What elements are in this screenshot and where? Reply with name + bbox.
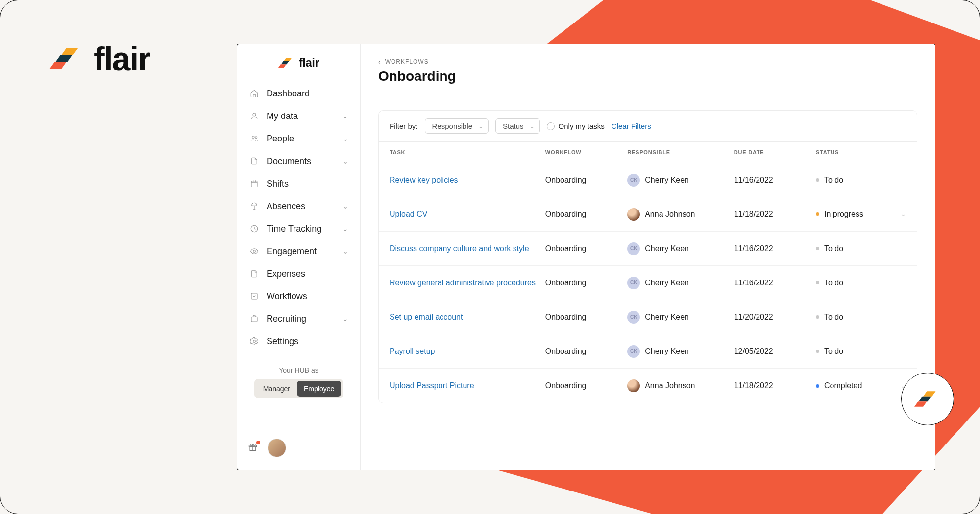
responsible-cell: CKCherry Keen <box>627 345 734 358</box>
hub-manager-button[interactable]: Manager <box>256 381 297 397</box>
filter-status-select[interactable]: Status ⌄ <box>495 118 540 134</box>
status-label: To do <box>824 347 843 356</box>
status-label: In progress <box>824 210 863 219</box>
task-link[interactable]: Review key policies <box>390 176 458 184</box>
task-link[interactable]: Discuss company culture and work style <box>390 244 529 253</box>
status-label: To do <box>824 279 843 287</box>
responsible-cell: Anna Johnson <box>627 208 734 221</box>
table-row: Set up email accountOnboardingCKCherry K… <box>379 300 917 334</box>
sidebar-item-shifts[interactable]: Shifts <box>243 172 354 195</box>
status-label: To do <box>824 176 843 185</box>
clear-filters-link[interactable]: Clear Filters <box>612 122 651 130</box>
status-cell[interactable]: In progress⌄ <box>816 210 906 219</box>
filter-responsible-select[interactable]: Responsible ⌄ <box>425 118 489 134</box>
responsible-name: Cherry Keen <box>645 244 689 253</box>
chevron-down-icon: ⌄ <box>343 225 348 233</box>
sidebar-logo[interactable]: flair <box>237 53 360 82</box>
table-row: Upload CVOnboardingAnna Johnson11/18/202… <box>379 197 917 232</box>
col-due: DUE DATE <box>734 149 816 155</box>
status-cell[interactable]: To do <box>816 176 906 185</box>
col-workflow: WORKFLOW <box>545 149 627 155</box>
recruiting-icon <box>249 313 260 324</box>
sidebar-item-dashboard[interactable]: Dashboard <box>243 82 354 105</box>
filter-status-label: Status <box>503 122 524 130</box>
svg-point-1 <box>252 136 255 139</box>
status-cell[interactable]: To do <box>816 347 906 356</box>
task-link[interactable]: Upload CV <box>390 210 427 218</box>
breadcrumb-parent: WORKFLOWS <box>385 58 429 65</box>
chevron-down-icon: ⌄ <box>530 123 535 130</box>
sidebar-item-time-tracking[interactable]: Time Tracking⌄ <box>243 217 354 240</box>
avatar: CK <box>627 345 640 358</box>
sidebar-item-engagement[interactable]: Engagement⌄ <box>243 240 354 262</box>
flair-mark-icon <box>49 47 85 71</box>
hub-employee-button[interactable]: Employee <box>297 381 341 397</box>
table-row: Review general administrative procedures… <box>379 266 917 300</box>
due-date-cell: 11/16/2022 <box>734 244 816 253</box>
responsible-name: Cherry Keen <box>645 279 689 287</box>
sidebar-item-expenses[interactable]: Expenses <box>243 262 354 285</box>
sidebar-item-label: Shifts <box>267 179 289 189</box>
chevron-down-icon: ⌄ <box>343 247 348 255</box>
sidebar-item-my-data[interactable]: My data⌄ <box>243 105 354 127</box>
status-cell[interactable]: To do <box>816 313 906 322</box>
sidebar-item-settings[interactable]: Settings <box>243 330 354 352</box>
flair-mark-icon <box>278 57 295 69</box>
flair-mark-icon <box>914 390 941 408</box>
workflow-cell: Onboarding <box>545 210 627 219</box>
task-link[interactable]: Upload Passport Picture <box>390 381 474 390</box>
table-row: Review key policiesOnboardingCKCherry Ke… <box>379 163 917 197</box>
due-date-cell: 11/18/2022 <box>734 381 816 390</box>
workflow-cell: Onboarding <box>545 313 627 322</box>
chevron-down-icon: ⌄ <box>343 315 348 323</box>
responsible-cell: CKCherry Keen <box>627 277 734 289</box>
sidebar-item-workflows[interactable]: Workflows <box>243 285 354 307</box>
sidebar-item-people[interactable]: People⌄ <box>243 127 354 150</box>
status-dot-icon <box>816 247 819 250</box>
brand-logo-large: flair <box>49 40 150 78</box>
avatar <box>627 208 640 221</box>
status-cell[interactable]: Completed⌄ <box>816 381 906 390</box>
workflow-cell: Onboarding <box>545 381 627 390</box>
only-my-label: Only my tasks <box>559 122 605 130</box>
tasks-table-card: Filter by: Responsible ⌄ Status ⌄ Only m… <box>378 110 917 403</box>
status-cell[interactable]: To do <box>816 279 906 287</box>
responsible-name: Anna Johnson <box>645 381 695 390</box>
sidebar-item-label: Dashboard <box>267 89 310 99</box>
sidebar-item-recruiting[interactable]: Recruiting⌄ <box>243 307 354 330</box>
avatar: CK <box>627 174 640 187</box>
breadcrumb[interactable]: ‹ WORKFLOWS <box>378 58 917 66</box>
responsible-name: Cherry Keen <box>645 347 689 356</box>
radio-icon <box>547 122 555 130</box>
table-row: Discuss company culture and work styleOn… <box>379 232 917 266</box>
chevron-down-icon: ⌄ <box>901 210 906 218</box>
avatar: CK <box>627 277 640 289</box>
shifts-icon <box>249 178 260 189</box>
sidebar-item-label: My data <box>267 111 298 121</box>
due-date-cell: 12/05/2022 <box>734 347 816 356</box>
col-task: TASK <box>390 149 545 155</box>
gift-icon[interactable] <box>248 442 258 454</box>
fab-flair-button[interactable] <box>901 373 954 425</box>
status-label: To do <box>824 313 843 322</box>
due-date-cell: 11/16/2022 <box>734 176 816 185</box>
people-icon <box>249 133 260 144</box>
task-link[interactable]: Set up email account <box>390 313 463 321</box>
col-status: STATUS <box>816 149 906 155</box>
status-dot-icon <box>816 281 819 284</box>
dashboard-icon <box>249 88 260 99</box>
documents-icon <box>249 156 260 166</box>
status-cell[interactable]: To do <box>816 244 906 253</box>
sidebar-item-absences[interactable]: Absences⌄ <box>243 195 354 217</box>
svg-point-5 <box>253 250 256 253</box>
hub-label: Your HUB as <box>237 366 360 374</box>
sidebar-item-documents[interactable]: Documents⌄ <box>243 150 354 172</box>
only-my-tasks-toggle[interactable]: Only my tasks <box>547 122 605 130</box>
task-link[interactable]: Payroll setup <box>390 347 435 355</box>
status-label: To do <box>824 244 843 253</box>
status-label: Completed <box>824 381 862 390</box>
sidebar-item-label: Expenses <box>267 269 305 279</box>
user-avatar[interactable] <box>268 439 286 457</box>
responsible-name: Anna Johnson <box>645 210 695 219</box>
task-link[interactable]: Review general administrative procedures <box>390 279 536 287</box>
